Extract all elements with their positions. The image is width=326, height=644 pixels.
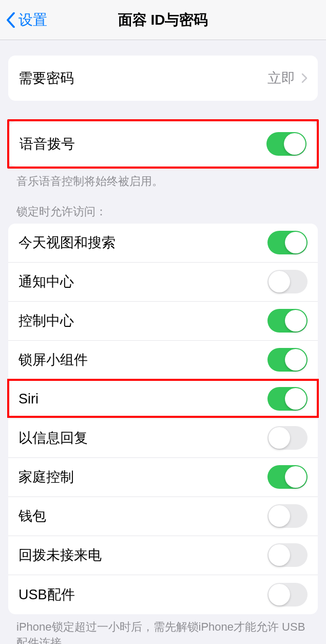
lock-access-switch[interactable] [267, 348, 308, 372]
navigation-bar: 设置 面容 ID与密码 [0, 0, 326, 40]
require-passcode-value-wrap: 立即 [267, 69, 308, 87]
lock-access-switch[interactable] [267, 309, 308, 333]
lock-access-switch[interactable] [267, 583, 308, 606]
voice-dial-highlight: 语音拨号 [7, 119, 319, 169]
lock-access-item-label: 通知中心 [18, 272, 74, 291]
lock-access-row: 锁屏小组件 [8, 341, 318, 380]
lock-access-item-label: Siri [18, 391, 39, 407]
chevron-right-icon [301, 73, 308, 83]
lock-access-row: 家庭控制 [8, 458, 318, 497]
require-passcode-label: 需要密码 [18, 69, 74, 87]
lock-access-item-label: 回拨未接来电 [18, 546, 102, 564]
back-label: 设置 [18, 10, 47, 30]
lock-access-row: 今天视图和搜索 [8, 224, 318, 263]
lock-access-switch[interactable] [267, 465, 308, 489]
require-passcode-value: 立即 [267, 69, 295, 87]
lock-access-header: 锁定时允许访问： [0, 190, 326, 224]
lock-access-switch[interactable] [267, 270, 308, 293]
lock-access-row: 回拨未接来电 [8, 536, 318, 575]
lock-access-row: Siri [8, 380, 318, 419]
lock-access-item-label: 控制中心 [18, 311, 74, 330]
lock-access-switch[interactable] [267, 543, 308, 567]
lock-access-switch[interactable] [267, 504, 308, 528]
lock-access-footer: iPhone锁定超过一小时后，需先解锁iPhone才能允许 USB 配件连接。 [0, 614, 326, 644]
lock-access-item-label: 家庭控制 [18, 468, 74, 486]
require-passcode-row[interactable]: 需要密码 立即 [8, 56, 318, 101]
lock-access-row: 控制中心 [8, 302, 318, 341]
voice-dial-footer: 音乐语音控制将始终被启用。 [0, 169, 326, 190]
lock-access-switch[interactable] [267, 231, 308, 254]
lock-access-item-label: 钱包 [18, 507, 46, 525]
lock-access-item-label: USB配件 [18, 585, 75, 604]
lock-access-switch[interactable] [267, 387, 308, 411]
voice-dial-switch[interactable] [266, 132, 306, 156]
back-button[interactable]: 设置 [0, 10, 47, 30]
lock-access-row: 钱包 [8, 497, 318, 536]
voice-dial-row: 语音拨号 [9, 121, 317, 167]
require-passcode-group: 需要密码 立即 [8, 56, 318, 101]
lock-access-item-label: 以信息回复 [18, 429, 88, 447]
voice-dial-label: 语音拨号 [20, 135, 75, 153]
lock-access-group: 今天视图和搜索通知中心控制中心锁屏小组件Siri以信息回复家庭控制钱包回拨未接来… [8, 224, 318, 614]
lock-access-row: 通知中心 [8, 263, 318, 302]
lock-access-switch[interactable] [267, 426, 308, 450]
lock-access-item-label: 锁屏小组件 [18, 351, 88, 369]
page-title: 面容 ID与密码 [118, 10, 208, 30]
lock-access-row: 以信息回复 [8, 419, 318, 458]
lock-access-row: USB配件 [8, 575, 318, 614]
back-chevron-icon [6, 12, 15, 28]
lock-access-item-label: 今天视图和搜索 [18, 233, 116, 252]
